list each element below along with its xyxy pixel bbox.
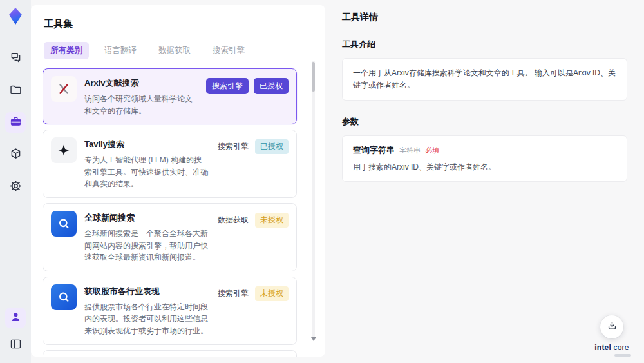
scrollbar-thumb[interactable] bbox=[312, 62, 315, 92]
chat-icon bbox=[9, 50, 23, 66]
tool-icon bbox=[51, 76, 77, 102]
tool-card[interactable]: Tavily搜索 专为人工智能代理 (LLM) 构建的搜索引擎工具。可快速提供实… bbox=[43, 130, 297, 198]
search-app-icon bbox=[56, 289, 71, 305]
tavily-star-icon bbox=[56, 142, 71, 158]
tool-body: Tavily搜索 专为人工智能代理 (LLM) 构建的搜索引擎工具。可快速提供实… bbox=[84, 137, 209, 190]
tool-body: 获取股市各行业表现 提供股票市场各个行业在特定时间段内的表现。投资者可以利用这些… bbox=[84, 284, 209, 337]
param-required-badge: 必填 bbox=[425, 146, 439, 155]
tool-list: Arxiv文献搜索 访问各个研究领域大量科学论文和文章的存储库。 搜索引擎 已授… bbox=[43, 68, 314, 357]
sidebar-item-collapse[interactable] bbox=[5, 335, 26, 355]
sidebar-item-tools[interactable] bbox=[5, 112, 26, 133]
params-heading: 参数 bbox=[342, 116, 627, 128]
tool-description: 提供股票市场各个行业在特定时间段内的表现。投资者可以利用这些信息来识别表现优于或… bbox=[84, 301, 209, 337]
panel-toggle-icon bbox=[9, 337, 23, 353]
tool-card[interactable]: 获取市场最活跃股票信息 提供当天交易量最高的股票列表，投资者可以利用这些信息来识… bbox=[43, 350, 297, 357]
tab-data-fetch[interactable]: 数据获取 bbox=[152, 42, 197, 59]
settings-icon bbox=[9, 179, 23, 195]
toolbox-icon bbox=[9, 115, 23, 131]
tool-card[interactable]: 全球新闻搜索 全球新闻搜索是一个聚合全球各大新闻网站内容的搜索引擎，帮助用户快速… bbox=[43, 203, 297, 271]
param-description: 用于搜索的Arxiv ID、关键字或作者姓名。 bbox=[353, 162, 616, 173]
tool-auth-badge: 未授权 bbox=[255, 213, 289, 228]
tool-name: Arxiv文献搜索 bbox=[84, 77, 198, 89]
sidebar-item-models[interactable] bbox=[5, 144, 26, 165]
tab-all-categories[interactable]: 所有类别 bbox=[44, 42, 89, 59]
tool-name: Tavily搜索 bbox=[84, 139, 209, 150]
scroll-down-icon[interactable] bbox=[311, 337, 316, 341]
tool-category-tag: 搜索引擎 bbox=[206, 78, 249, 94]
tool-tags: 搜索引擎 未授权 bbox=[216, 286, 289, 337]
param-type: 字符串 bbox=[399, 146, 421, 155]
tool-card[interactable]: Arxiv文献搜索 访问各个研究领域大量科学论文和文章的存储库。 搜索引擎 已授… bbox=[43, 68, 297, 124]
folder-icon bbox=[9, 83, 23, 99]
detail-title: 工具详情 bbox=[342, 12, 627, 23]
sidebar-item-chat[interactable] bbox=[5, 48, 26, 68]
sidebar-item-account[interactable] bbox=[5, 308, 26, 328]
tool-body: Arxiv文献搜索 访问各个研究领域大量科学论文和文章的存储库。 bbox=[84, 76, 198, 117]
brand-core: core bbox=[614, 343, 629, 352]
tool-body: 全球新闻搜索 全球新闻搜索是一个聚合全球各大新闻网站内容的搜索引擎，帮助用户快速… bbox=[84, 211, 209, 264]
download-icon bbox=[607, 320, 618, 334]
param-name: 查询字符串 bbox=[353, 144, 395, 156]
category-tabs: 所有类别 语言翻译 数据获取 搜索引擎 bbox=[44, 42, 314, 59]
tool-description: 访问各个研究领域大量科学论文和文章的存储库。 bbox=[84, 93, 198, 117]
tool-tags: 搜索引擎 已授权 bbox=[206, 78, 289, 117]
arxiv-icon bbox=[56, 81, 71, 97]
sidebar-item-files[interactable] bbox=[5, 80, 26, 101]
intro-heading: 工具介绍 bbox=[342, 39, 627, 50]
tool-category-tag: 搜索引擎 bbox=[216, 286, 250, 301]
tool-description: 专为人工智能代理 (LLM) 构建的搜索引擎工具。可快速提供实时、准确和真实的结… bbox=[84, 154, 209, 190]
tool-auth-badge: 已授权 bbox=[255, 139, 289, 154]
tool-detail-panel: 工具详情 工具介绍 一个用于从Arxiv存储库搜索科学论文和文章的工具。 输入可… bbox=[325, 0, 644, 363]
main-area: 工具集 所有类别 语言翻译 数据获取 搜索引擎 Arxiv文献搜索 访问各个研究… bbox=[31, 0, 644, 363]
search-app-icon bbox=[56, 216, 71, 231]
tool-name: 全球新闻搜索 bbox=[84, 212, 209, 224]
download-button[interactable] bbox=[600, 315, 623, 338]
tool-list-panel: 工具集 所有类别 语言翻译 数据获取 搜索引擎 Arxiv文献搜索 访问各个研究… bbox=[31, 5, 325, 357]
sidebar-item-settings[interactable] bbox=[5, 177, 26, 197]
intro-box: 一个用于从Arxiv存储库搜索科学论文和文章的工具。 输入可以是Arxiv ID… bbox=[342, 58, 627, 101]
intel-core-logo: intel core bbox=[592, 343, 631, 357]
tool-tags: 数据获取 未授权 bbox=[216, 213, 289, 264]
page-title: 工具集 bbox=[44, 18, 314, 30]
tool-icon bbox=[51, 137, 77, 163]
tool-category-tag: 搜索引擎 bbox=[216, 139, 250, 154]
tool-tags: 搜索引擎 已授权 bbox=[216, 139, 289, 190]
tab-language-translation[interactable]: 语言翻译 bbox=[98, 42, 143, 59]
user-icon bbox=[9, 310, 23, 326]
tool-auth-badge: 未授权 bbox=[255, 286, 289, 301]
tool-icon bbox=[51, 211, 77, 237]
cube-icon bbox=[9, 147, 23, 163]
tool-description: 全球新闻搜索是一个聚合全球各大新闻网站内容的搜索引擎，帮助用户快速获取全球最新资… bbox=[84, 228, 209, 264]
rail-nav bbox=[5, 48, 26, 197]
tool-card[interactable]: 获取股市各行业表现 提供股票市场各个行业在特定时间段内的表现。投资者可以利用这些… bbox=[43, 277, 297, 345]
app-logo bbox=[6, 6, 25, 26]
left-rail bbox=[0, 0, 31, 363]
intro-text: 一个用于从Arxiv存储库搜索科学论文和文章的工具。 输入可以是Arxiv ID… bbox=[353, 67, 616, 92]
tool-name: 获取股市各行业表现 bbox=[84, 286, 209, 297]
brand-intel: intel bbox=[594, 343, 611, 352]
corner-widgets: intel core bbox=[592, 315, 631, 357]
tool-category-tag: 数据获取 bbox=[216, 213, 250, 228]
scrollbar-track[interactable] bbox=[312, 61, 315, 338]
param-box: 查询字符串 字符串 必填 用于搜索的Arxiv ID、关键字或作者姓名。 bbox=[342, 135, 627, 182]
rail-bottom bbox=[5, 308, 26, 363]
tool-icon bbox=[51, 284, 77, 310]
tool-auth-badge: 已授权 bbox=[254, 78, 289, 94]
tab-search-engine[interactable]: 搜索引擎 bbox=[206, 42, 251, 59]
